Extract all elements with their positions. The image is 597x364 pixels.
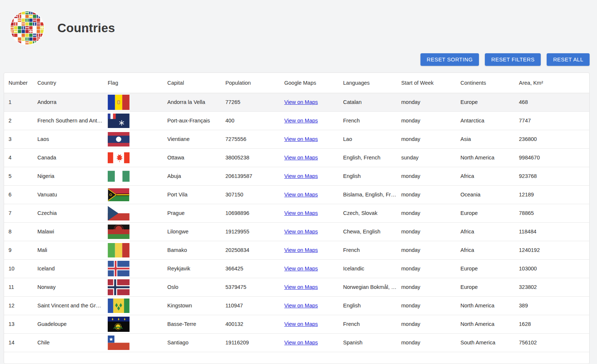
table-row: 11NorwayOslo5379475View on MapsNorwegian… xyxy=(4,278,589,296)
view-on-maps-link[interactable]: View on Maps xyxy=(284,155,318,161)
cell-country: Mali xyxy=(33,241,103,259)
flag-iceland-icon xyxy=(108,261,158,276)
cell-area: 12189 xyxy=(514,185,589,204)
view-on-maps-link[interactable]: View on Maps xyxy=(284,266,318,272)
column-header-week[interactable]: Start of Week xyxy=(397,73,456,93)
cell-area: 9984670 xyxy=(514,148,589,167)
reset-sorting-button[interactable]: RESET SORTING xyxy=(420,53,479,66)
cell-continents: Oceania xyxy=(456,185,514,204)
cell-number: 13 xyxy=(4,315,33,333)
column-header-capital[interactable]: Capital xyxy=(163,73,221,93)
cell-continents: South America xyxy=(456,333,514,352)
cell-country: Andorra xyxy=(33,93,103,111)
cell-population: 400 xyxy=(221,111,280,130)
column-header-area[interactable]: Area, Km² xyxy=(514,73,589,93)
cell-languages: Catalan xyxy=(339,93,397,111)
column-header-maps[interactable]: Google Maps xyxy=(280,73,339,93)
cell-maps: View on Maps xyxy=(280,296,339,315)
cell-area: 7747 xyxy=(514,111,589,130)
cell-flag xyxy=(103,333,163,352)
cell-continents: North America xyxy=(456,148,514,167)
column-header-number[interactable]: Number xyxy=(4,73,33,93)
cell-languages: English, French xyxy=(339,148,397,167)
view-on-maps-link[interactable]: View on Maps xyxy=(284,229,318,235)
cell-flag xyxy=(103,278,163,296)
cell-area: 389 xyxy=(514,296,589,315)
view-on-maps-link[interactable]: View on Maps xyxy=(284,321,318,327)
cell-maps: View on Maps xyxy=(280,148,339,167)
view-on-maps-link[interactable]: View on Maps xyxy=(284,340,318,346)
cell-population: 10698896 xyxy=(221,204,280,222)
cell-languages: French xyxy=(339,111,397,130)
column-header-population[interactable]: Population xyxy=(221,73,280,93)
column-header-country[interactable]: Country xyxy=(33,73,103,93)
cell-country: Czechia xyxy=(33,204,103,222)
cell-number: 4 xyxy=(4,148,33,167)
cell-number: 6 xyxy=(4,185,33,204)
cell-population: 110947 xyxy=(221,296,280,315)
view-on-maps-link[interactable]: View on Maps xyxy=(284,99,318,105)
cell-capital: Lilongwe xyxy=(163,222,221,241)
cell-capital: Kingstown xyxy=(163,296,221,315)
cell-languages: Bislama, English, Fr… xyxy=(339,185,397,204)
column-header-flag[interactable]: Flag xyxy=(103,73,163,93)
flags-globe-logo xyxy=(9,10,45,46)
cell-maps: View on Maps xyxy=(280,315,339,333)
cell-continents: Europe xyxy=(456,278,514,296)
view-on-maps-link[interactable]: View on Maps xyxy=(284,118,318,124)
cell-country: Canada xyxy=(33,148,103,167)
cell-population: 20250834 xyxy=(221,241,280,259)
view-on-maps-link[interactable]: View on Maps xyxy=(284,210,318,216)
cell-week: monday xyxy=(397,278,456,296)
view-on-maps-link[interactable]: View on Maps xyxy=(284,173,318,179)
cell-languages: French xyxy=(339,315,397,333)
cell-country: Iceland xyxy=(33,259,103,278)
table-row: 6VanuatuPort Vila307150View on MapsBisla… xyxy=(4,185,589,204)
view-on-maps-link[interactable]: View on Maps xyxy=(284,136,318,142)
cell-week: monday xyxy=(397,333,456,352)
view-on-maps-link[interactable]: View on Maps xyxy=(284,284,318,290)
cell-flag xyxy=(103,241,163,259)
cell-country: Vanuatu xyxy=(33,185,103,204)
cell-population: 400132 xyxy=(221,315,280,333)
cell-continents: Asia xyxy=(456,130,514,148)
cell-flag xyxy=(103,185,163,204)
cell-flag xyxy=(103,222,163,241)
cell-number: 10 xyxy=(4,259,33,278)
cell-area: 78865 xyxy=(514,204,589,222)
cell-flag xyxy=(103,296,163,315)
flag-chile-icon xyxy=(108,336,158,350)
cell-population: 77265 xyxy=(221,93,280,111)
cell-number: 3 xyxy=(4,130,33,148)
cell-flag xyxy=(103,93,163,111)
cell-languages: English xyxy=(339,296,397,315)
view-on-maps-link[interactable]: View on Maps xyxy=(284,192,318,198)
cell-flag xyxy=(103,259,163,278)
cell-week: monday xyxy=(397,315,456,333)
flag-canada-icon xyxy=(108,152,158,164)
table-row: 12Saint Vincent and the Gr…Kingstown1109… xyxy=(4,296,589,315)
view-on-maps-link[interactable]: View on Maps xyxy=(284,247,318,253)
cell-languages: Icelandic xyxy=(339,259,397,278)
flag-nigeria-icon xyxy=(108,171,158,182)
cell-week: monday xyxy=(397,204,456,222)
cell-capital: Prague xyxy=(163,204,221,222)
cell-population: 38005238 xyxy=(221,148,280,167)
cell-languages: Chewa, English xyxy=(339,222,397,241)
cell-continents: Africa xyxy=(456,167,514,185)
column-header-languages[interactable]: Languages xyxy=(339,73,397,93)
cell-country: Nigeria xyxy=(33,167,103,185)
countries-table-card: NumberCountryFlagCapitalPopulationGoogle… xyxy=(4,73,590,364)
cell-week: monday xyxy=(397,111,456,130)
reset-filters-button[interactable]: RESET FILTERS xyxy=(485,53,541,66)
cell-area: 103000 xyxy=(514,259,589,278)
cell-week: sunday xyxy=(397,148,456,167)
flag-mali-icon xyxy=(108,243,158,257)
column-header-continents[interactable]: Continents xyxy=(456,73,514,93)
cell-flag xyxy=(103,167,163,185)
view-on-maps-link[interactable]: View on Maps xyxy=(284,303,318,309)
cell-number: 8 xyxy=(4,222,33,241)
reset-all-button[interactable]: RESET ALL xyxy=(547,53,590,66)
cell-languages: Lao xyxy=(339,130,397,148)
cell-maps: View on Maps xyxy=(280,259,339,278)
